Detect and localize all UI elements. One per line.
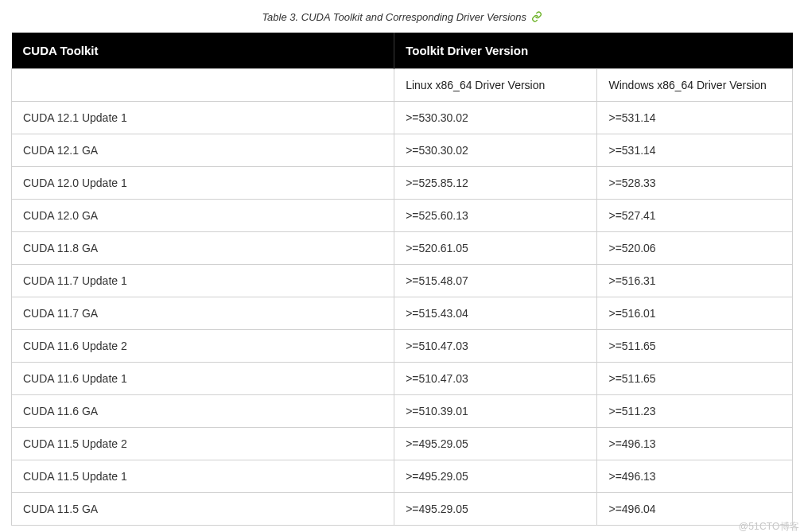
cell-toolkit: CUDA 11.5 GA [12, 493, 394, 526]
cell-toolkit: CUDA 11.6 Update 2 [12, 330, 394, 363]
table-row: CUDA 11.6 GA>=510.39.01>=511.23 [12, 395, 793, 428]
cuda-driver-table: CUDA Toolkit Toolkit Driver Version Linu… [11, 33, 793, 526]
cell-toolkit: CUDA 11.7 Update 1 [12, 265, 394, 297]
cell-windows-driver: >=516.01 [597, 297, 793, 330]
cell-toolkit: CUDA 12.1 Update 1 [12, 102, 394, 134]
cell-windows-driver: >=511.23 [597, 395, 793, 428]
table-row: CUDA 11.7 GA>=515.43.04>=516.01 [12, 297, 793, 330]
cell-windows-driver: >=511.65 [597, 363, 793, 395]
cell-linux-driver: >=520.61.05 [394, 232, 597, 265]
cell-linux-driver: >=525.60.13 [394, 200, 597, 232]
cell-toolkit: CUDA 11.7 GA [12, 297, 394, 330]
cell-linux-driver: >=530.30.02 [394, 134, 597, 167]
table-row: CUDA 11.5 GA>=495.29.05>=496.04 [12, 493, 793, 526]
table-row: CUDA 11.7 Update 1>=515.48.07>=516.31 [12, 265, 793, 297]
subheader-linux: Linux x86_64 Driver Version [394, 69, 597, 102]
cell-windows-driver: >=496.13 [597, 428, 793, 460]
header-driver-version: Toolkit Driver Version [394, 33, 793, 69]
cell-linux-driver: >=510.47.03 [394, 363, 597, 395]
cell-linux-driver: >=515.43.04 [394, 297, 597, 330]
table-caption: Table 3. CUDA Toolkit and Corresponding … [11, 11, 793, 25]
cell-toolkit: CUDA 11.5 Update 2 [12, 428, 394, 460]
cell-windows-driver: >=496.04 [597, 493, 793, 526]
table-row: CUDA 11.5 Update 2>=495.29.05>=496.13 [12, 428, 793, 460]
cell-linux-driver: >=530.30.02 [394, 102, 597, 134]
cell-windows-driver: >=496.13 [597, 460, 793, 493]
table-body: Linux x86_64 Driver Version Windows x86_… [12, 69, 793, 526]
subheader-windows: Windows x86_64 Driver Version [597, 69, 793, 102]
cell-toolkit: CUDA 12.1 GA [12, 134, 394, 167]
cell-linux-driver: >=495.29.05 [394, 460, 597, 493]
table-row: CUDA 11.8 GA>=520.61.05>=520.06 [12, 232, 793, 265]
table-row: CUDA 11.6 Update 1>=510.47.03>=511.65 [12, 363, 793, 395]
table-row: CUDA 12.0 GA>=525.60.13>=527.41 [12, 200, 793, 232]
cell-windows-driver: >=531.14 [597, 102, 793, 134]
table-caption-text: Table 3. CUDA Toolkit and Corresponding … [262, 11, 526, 23]
cell-linux-driver: >=515.48.07 [394, 265, 597, 297]
link-icon[interactable] [531, 11, 542, 25]
header-cuda-toolkit: CUDA Toolkit [12, 33, 394, 69]
cell-windows-driver: >=511.65 [597, 330, 793, 363]
cell-linux-driver: >=525.85.12 [394, 167, 597, 200]
table-subheader-row: Linux x86_64 Driver Version Windows x86_… [12, 69, 793, 102]
cell-linux-driver: >=495.29.05 [394, 493, 597, 526]
cell-windows-driver: >=520.06 [597, 232, 793, 265]
cell-toolkit: CUDA 12.0 Update 1 [12, 167, 394, 200]
table-header-row: CUDA Toolkit Toolkit Driver Version [12, 33, 793, 69]
table-row: CUDA 12.1 GA>=530.30.02>=531.14 [12, 134, 793, 167]
table-row: CUDA 12.0 Update 1>=525.85.12>=528.33 [12, 167, 793, 200]
cell-linux-driver: >=495.29.05 [394, 428, 597, 460]
cell-linux-driver: >=510.47.03 [394, 330, 597, 363]
cell-linux-driver: >=510.39.01 [394, 395, 597, 428]
cell-toolkit: CUDA 11.6 GA [12, 395, 394, 428]
cell-toolkit: CUDA 11.5 Update 1 [12, 460, 394, 493]
subheader-blank [12, 69, 394, 102]
table-row: CUDA 12.1 Update 1>=530.30.02>=531.14 [12, 102, 793, 134]
cell-toolkit: CUDA 11.8 GA [12, 232, 394, 265]
table-row: CUDA 11.6 Update 2>=510.47.03>=511.65 [12, 330, 793, 363]
cell-windows-driver: >=528.33 [597, 167, 793, 200]
cell-windows-driver: >=527.41 [597, 200, 793, 232]
cell-toolkit: CUDA 11.6 Update 1 [12, 363, 394, 395]
table-row: CUDA 11.5 Update 1>=495.29.05>=496.13 [12, 460, 793, 493]
cell-windows-driver: >=531.14 [597, 134, 793, 167]
cell-windows-driver: >=516.31 [597, 265, 793, 297]
cell-toolkit: CUDA 12.0 GA [12, 200, 394, 232]
